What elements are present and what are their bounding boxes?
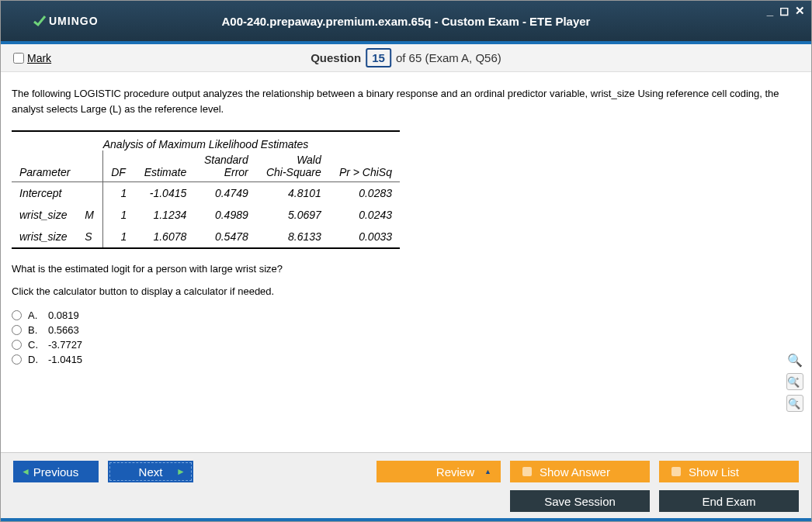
estimates-table: Parameter DF Estimate Standard Error Wal… xyxy=(12,150,400,249)
end-exam-button[interactable]: End Exam xyxy=(659,490,799,512)
window-controls: _ ◻ ✕ xyxy=(767,4,805,18)
question-prompt-2: Click the calculator button to display a… xyxy=(12,285,800,297)
show-answer-icon xyxy=(522,467,532,476)
mark-checkbox[interactable] xyxy=(13,53,24,64)
bottom-accent xyxy=(1,518,811,521)
window-title: A00-240.prepaway.premium.exam.65q - Cust… xyxy=(222,15,591,28)
table-row: Intercept1-1.04150.47494.81010.0283 xyxy=(12,182,400,205)
app-window: UMINGO A00-240.prepaway.premium.exam.65q… xyxy=(0,0,812,522)
option-radio[interactable] xyxy=(12,340,22,350)
question-word: Question xyxy=(311,51,361,64)
question-of: of 65 (Exam A, Q56) xyxy=(396,51,501,64)
option-text: 0.0819 xyxy=(48,309,79,321)
option-radio[interactable] xyxy=(12,325,22,335)
col-estimate: Estimate xyxy=(134,150,194,182)
save-session-button[interactable]: Save Session xyxy=(510,490,650,512)
col-se: Standard Error xyxy=(194,150,256,182)
review-button[interactable]: Review▲ xyxy=(377,461,501,482)
mark-control[interactable]: Mark xyxy=(13,52,51,64)
option-letter: B. xyxy=(28,324,42,336)
option-text: 0.5663 xyxy=(48,324,79,336)
table-row: wrist_sizeS11.60780.54788.61330.0033 xyxy=(12,226,400,248)
answer-option[interactable]: A.0.0819 xyxy=(12,308,800,323)
button-row-1: ◄Previous Next► Review▲ Show Answer Show… xyxy=(13,461,799,482)
col-p: Pr > ChiSq xyxy=(329,150,400,182)
footer: ◄Previous Next► Review▲ Show Answer Show… xyxy=(1,452,811,518)
close-icon[interactable]: ✕ xyxy=(795,4,805,18)
estimates-table-wrap: Analysis of Maximum Likelihood Estimates… xyxy=(12,130,400,249)
question-index: 15 xyxy=(366,48,391,67)
table-row: wrist_sizeM11.12340.49895.06970.0243 xyxy=(12,204,400,226)
show-list-icon xyxy=(671,467,681,476)
titlebar: UMINGO A00-240.prepaway.premium.exam.65q… xyxy=(1,1,811,41)
table-title: Analysis of Maximum Likelihood Estimates xyxy=(12,130,400,150)
answer-option[interactable]: B.0.5663 xyxy=(12,323,800,337)
zoom-out-icon[interactable]: 🔍- xyxy=(786,395,803,412)
minimize-icon[interactable]: _ xyxy=(767,4,773,18)
question-number: Question 15 of 65 (Exam A, Q56) xyxy=(311,48,501,67)
logo-check-icon xyxy=(32,13,47,29)
option-letter: A. xyxy=(28,309,42,321)
spacer xyxy=(203,461,367,482)
answer-options: A.0.0819B.0.5663C.-3.7727D.-1.0415 xyxy=(12,308,800,367)
maximize-icon[interactable]: ◻ xyxy=(779,4,789,18)
button-row-2: Save Session End Exam xyxy=(13,490,799,512)
zoom-controls: 🔍 🔍+ 🔍- xyxy=(786,351,803,412)
logo: UMINGO xyxy=(32,13,99,29)
show-answer-button[interactable]: Show Answer xyxy=(510,461,650,482)
option-text: -3.7727 xyxy=(48,339,82,351)
mark-label[interactable]: Mark xyxy=(27,52,51,64)
content-area: The following LOGISTIC procedure output … xyxy=(1,72,811,452)
search-icon[interactable]: 🔍 xyxy=(786,351,803,368)
question-intro: The following LOGISTIC procedure output … xyxy=(12,86,800,116)
col-wald: Wald Chi-Square xyxy=(256,150,329,182)
answer-option[interactable]: D.-1.0415 xyxy=(12,352,800,367)
show-list-button[interactable]: Show List xyxy=(659,461,799,482)
option-text: -1.0415 xyxy=(48,354,82,365)
col-parameter: Parameter xyxy=(12,150,103,182)
question-bar: Mark Question 15 of 65 (Exam A, Q56) xyxy=(1,44,811,72)
option-radio[interactable] xyxy=(12,354,22,365)
logo-text: UMINGO xyxy=(49,15,99,27)
option-letter: D. xyxy=(28,354,42,365)
option-radio[interactable] xyxy=(12,310,22,320)
next-button[interactable]: Next► xyxy=(108,461,193,482)
option-letter: C. xyxy=(28,339,42,351)
question-prompt-1: What is the estimated logit for a person… xyxy=(12,263,800,275)
answer-option[interactable]: C.-3.7727 xyxy=(12,337,800,352)
col-df: DF xyxy=(103,150,135,182)
previous-button[interactable]: ◄Previous xyxy=(13,461,99,482)
zoom-in-icon[interactable]: 🔍+ xyxy=(786,373,803,390)
